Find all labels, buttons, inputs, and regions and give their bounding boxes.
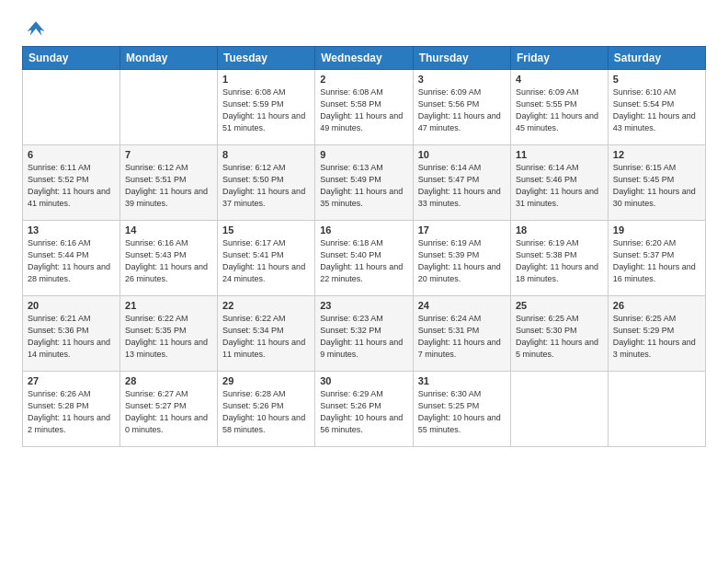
day-info: Sunrise: 6:26 AM Sunset: 5:28 PM Dayligh…: [28, 388, 115, 436]
day-number: 9: [320, 149, 407, 160]
day-info: Sunrise: 6:28 AM Sunset: 5:26 PM Dayligh…: [222, 388, 310, 436]
calendar-header-monday: Monday: [120, 47, 218, 70]
day-info: Sunrise: 6:20 AM Sunset: 5:37 PM Dayligh…: [613, 237, 700, 285]
svg-marker-0: [28, 21, 45, 36]
calendar-cell: 10Sunrise: 6:14 AM Sunset: 5:47 PM Dayli…: [413, 145, 510, 221]
logo-bird-icon: [26, 18, 46, 39]
day-number: 26: [613, 300, 700, 311]
calendar-header-row: SundayMondayTuesdayWednesdayThursdayFrid…: [23, 47, 706, 70]
day-number: 3: [418, 74, 506, 85]
day-info: Sunrise: 6:23 AM Sunset: 5:32 PM Dayligh…: [320, 313, 407, 361]
day-number: 8: [222, 149, 310, 160]
calendar-header-sunday: Sunday: [23, 47, 120, 70]
day-info: Sunrise: 6:15 AM Sunset: 5:45 PM Dayligh…: [613, 162, 700, 210]
calendar-week-row: 6Sunrise: 6:11 AM Sunset: 5:52 PM Daylig…: [23, 145, 706, 221]
day-number: 13: [28, 224, 115, 236]
day-number: 5: [613, 74, 700, 85]
calendar-header-friday: Friday: [510, 47, 608, 70]
calendar-cell: [23, 70, 120, 145]
calendar-cell: 9Sunrise: 6:13 AM Sunset: 5:49 PM Daylig…: [315, 145, 413, 221]
day-info: Sunrise: 6:24 AM Sunset: 5:31 PM Dayligh…: [418, 313, 506, 361]
day-info: Sunrise: 6:12 AM Sunset: 5:50 PM Dayligh…: [222, 162, 310, 210]
calendar-cell: 5Sunrise: 6:10 AM Sunset: 5:54 PM Daylig…: [608, 70, 705, 145]
header: [22, 18, 706, 35]
day-number: 1: [222, 74, 310, 85]
calendar-cell: 6Sunrise: 6:11 AM Sunset: 5:52 PM Daylig…: [23, 145, 120, 221]
day-info: Sunrise: 6:12 AM Sunset: 5:51 PM Dayligh…: [125, 162, 212, 210]
day-number: 2: [320, 74, 407, 85]
day-info: Sunrise: 6:16 AM Sunset: 5:44 PM Dayligh…: [28, 237, 115, 285]
day-number: 19: [613, 224, 700, 236]
day-info: Sunrise: 6:30 AM Sunset: 5:25 PM Dayligh…: [418, 388, 506, 436]
day-info: Sunrise: 6:19 AM Sunset: 5:38 PM Dayligh…: [516, 237, 603, 285]
calendar-cell: 18Sunrise: 6:19 AM Sunset: 5:38 PM Dayli…: [510, 221, 608, 296]
calendar-cell: 2Sunrise: 6:08 AM Sunset: 5:58 PM Daylig…: [315, 70, 413, 145]
calendar-cell: [120, 70, 218, 145]
day-info: Sunrise: 6:18 AM Sunset: 5:40 PM Dayligh…: [320, 237, 407, 285]
calendar-header-wednesday: Wednesday: [315, 47, 413, 70]
calendar-cell: 7Sunrise: 6:12 AM Sunset: 5:51 PM Daylig…: [120, 145, 218, 221]
day-info: Sunrise: 6:09 AM Sunset: 5:56 PM Dayligh…: [418, 86, 506, 134]
day-info: Sunrise: 6:14 AM Sunset: 5:46 PM Dayligh…: [516, 162, 603, 210]
calendar-cell: 8Sunrise: 6:12 AM Sunset: 5:50 PM Daylig…: [218, 145, 315, 221]
calendar-cell: 30Sunrise: 6:29 AM Sunset: 5:26 PM Dayli…: [315, 372, 413, 447]
calendar-week-row: 1Sunrise: 6:08 AM Sunset: 5:59 PM Daylig…: [23, 70, 706, 145]
day-number: 4: [516, 74, 603, 85]
day-number: 22: [222, 300, 310, 311]
calendar-cell: 12Sunrise: 6:15 AM Sunset: 5:45 PM Dayli…: [608, 145, 705, 221]
day-number: 17: [418, 224, 506, 236]
day-info: Sunrise: 6:22 AM Sunset: 5:35 PM Dayligh…: [125, 313, 212, 361]
calendar-cell: 27Sunrise: 6:26 AM Sunset: 5:28 PM Dayli…: [23, 372, 120, 447]
calendar-week-row: 13Sunrise: 6:16 AM Sunset: 5:44 PM Dayli…: [23, 221, 706, 296]
day-number: 31: [418, 375, 506, 386]
day-info: Sunrise: 6:14 AM Sunset: 5:47 PM Dayligh…: [418, 162, 506, 210]
day-number: 10: [418, 149, 506, 160]
day-info: Sunrise: 6:25 AM Sunset: 5:29 PM Dayligh…: [613, 313, 700, 361]
calendar-cell: 29Sunrise: 6:28 AM Sunset: 5:26 PM Dayli…: [218, 372, 315, 447]
day-info: Sunrise: 6:10 AM Sunset: 5:54 PM Dayligh…: [613, 86, 700, 134]
day-number: 16: [320, 224, 407, 236]
calendar-cell: 25Sunrise: 6:25 AM Sunset: 5:30 PM Dayli…: [510, 296, 608, 372]
day-number: 30: [320, 375, 407, 386]
day-info: Sunrise: 6:25 AM Sunset: 5:30 PM Dayligh…: [516, 313, 603, 361]
calendar-table: SundayMondayTuesdayWednesdayThursdayFrid…: [22, 46, 706, 447]
logo: [22, 18, 46, 35]
calendar-cell: 26Sunrise: 6:25 AM Sunset: 5:29 PM Dayli…: [608, 296, 705, 372]
day-number: 28: [125, 375, 212, 386]
calendar-cell: 23Sunrise: 6:23 AM Sunset: 5:32 PM Dayli…: [315, 296, 413, 372]
calendar-cell: 20Sunrise: 6:21 AM Sunset: 5:36 PM Dayli…: [23, 296, 120, 372]
day-info: Sunrise: 6:29 AM Sunset: 5:26 PM Dayligh…: [320, 388, 407, 436]
day-number: 29: [222, 375, 310, 386]
calendar-cell: 21Sunrise: 6:22 AM Sunset: 5:35 PM Dayli…: [120, 296, 218, 372]
day-number: 18: [516, 224, 603, 236]
calendar-cell: 11Sunrise: 6:14 AM Sunset: 5:46 PM Dayli…: [510, 145, 608, 221]
day-number: 11: [516, 149, 603, 160]
calendar-week-row: 20Sunrise: 6:21 AM Sunset: 5:36 PM Dayli…: [23, 296, 706, 372]
calendar-week-row: 27Sunrise: 6:26 AM Sunset: 5:28 PM Dayli…: [23, 372, 706, 447]
calendar-cell: 14Sunrise: 6:16 AM Sunset: 5:43 PM Dayli…: [120, 221, 218, 296]
calendar-cell: 31Sunrise: 6:30 AM Sunset: 5:25 PM Dayli…: [413, 372, 510, 447]
calendar-cell: 3Sunrise: 6:09 AM Sunset: 5:56 PM Daylig…: [413, 70, 510, 145]
calendar-cell: 13Sunrise: 6:16 AM Sunset: 5:44 PM Dayli…: [23, 221, 120, 296]
calendar-cell: [510, 372, 608, 447]
day-info: Sunrise: 6:09 AM Sunset: 5:55 PM Dayligh…: [516, 86, 603, 134]
day-number: 24: [418, 300, 506, 311]
day-number: 6: [28, 149, 115, 160]
day-number: 27: [28, 375, 115, 386]
day-number: 25: [516, 300, 603, 311]
day-info: Sunrise: 6:13 AM Sunset: 5:49 PM Dayligh…: [320, 162, 407, 210]
calendar-cell: 16Sunrise: 6:18 AM Sunset: 5:40 PM Dayli…: [315, 221, 413, 296]
calendar-cell: 15Sunrise: 6:17 AM Sunset: 5:41 PM Dayli…: [218, 221, 315, 296]
calendar-cell: 24Sunrise: 6:24 AM Sunset: 5:31 PM Dayli…: [413, 296, 510, 372]
day-info: Sunrise: 6:27 AM Sunset: 5:27 PM Dayligh…: [125, 388, 212, 436]
day-info: Sunrise: 6:22 AM Sunset: 5:34 PM Dayligh…: [222, 313, 310, 361]
page: SundayMondayTuesdayWednesdayThursdayFrid…: [0, 0, 728, 563]
day-info: Sunrise: 6:19 AM Sunset: 5:39 PM Dayligh…: [418, 237, 506, 285]
calendar-cell: [608, 372, 705, 447]
day-info: Sunrise: 6:11 AM Sunset: 5:52 PM Dayligh…: [28, 162, 115, 210]
day-number: 23: [320, 300, 407, 311]
calendar-cell: 4Sunrise: 6:09 AM Sunset: 5:55 PM Daylig…: [510, 70, 608, 145]
calendar-header-saturday: Saturday: [608, 47, 705, 70]
calendar-header-tuesday: Tuesday: [218, 47, 315, 70]
day-info: Sunrise: 6:17 AM Sunset: 5:41 PM Dayligh…: [222, 237, 310, 285]
